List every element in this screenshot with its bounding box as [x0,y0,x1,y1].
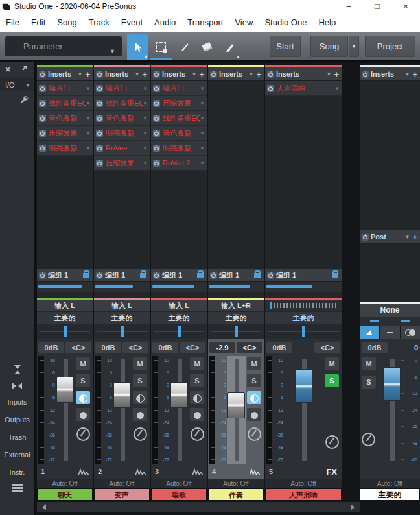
collapse-horizontal-button[interactable] [12,378,22,394]
insert-slot[interactable]: 噪音门▼ [94,81,150,96]
bypass-button[interactable] [248,427,261,441]
sends-header[interactable]: 编组 1 [37,269,93,282]
volume-value[interactable]: 0dB [38,342,64,353]
send-level-slider[interactable] [265,282,342,292]
inserts-header[interactable]: Inserts ▼ + [37,67,93,81]
sends-header[interactable]: 编组 1 [94,269,150,282]
inserts-header[interactable]: Inserts ▼ + [208,67,264,81]
output-select[interactable]: 主要的 [37,312,93,324]
chevron-down-icon[interactable]: ▼ [86,130,91,136]
add-insert-button[interactable]: + [85,71,90,78]
pan-value[interactable]: <C> [65,342,91,353]
meter-mode-button[interactable] [360,326,379,339]
parameter-dropdown[interactable]: Parameter ▼ [5,36,122,56]
chevron-down-icon[interactable]: ▼ [200,86,205,91]
power-icon[interactable] [39,85,46,92]
pan-control[interactable] [37,324,93,339]
power-icon[interactable] [39,100,46,107]
fader-track[interactable] [227,356,246,464]
paint-tool-button[interactable] [219,34,240,60]
power-icon[interactable] [96,100,103,107]
automation-status[interactable]: Auto: Off [94,479,150,488]
send-level-slider[interactable] [37,282,93,292]
power-icon[interactable] [96,85,103,92]
insert-slot[interactable]: 噪音门▼ [37,81,93,96]
add-insert-button[interactable]: + [199,71,204,78]
power-icon[interactable] [210,71,217,78]
insert-slot[interactable]: 音色激励▼ [37,111,93,126]
start-page-button[interactable]: Start [270,36,301,57]
volume-value[interactable]: 0dB [266,342,292,353]
insert-slot[interactable]: 线性多重EQ 3▼ [151,111,207,126]
record-arm-button[interactable] [76,408,90,421]
chevron-down-icon[interactable]: ▼ [86,145,91,151]
power-icon[interactable] [39,115,46,122]
power-icon[interactable] [267,272,274,279]
instr-button[interactable]: Instr. [10,464,25,481]
pan-value[interactable]: <C> [180,342,205,353]
range-tool-button[interactable] [150,34,172,60]
chevron-down-icon[interactable]: ▼ [334,86,340,91]
insert-slot[interactable]: 人声混响▼ [265,81,342,96]
inserts-header[interactable]: Inserts ▼ + [94,67,150,81]
eraser-tool-button[interactable] [196,34,218,60]
volume-value[interactable]: 0dB [152,342,178,353]
insert-slot[interactable]: 明亮激励▼ [94,126,150,141]
mute-button[interactable]: M [133,357,147,370]
lock-icon[interactable] [140,273,146,278]
bypass-button[interactable] [76,427,90,441]
mute-button[interactable]: M [362,357,376,370]
outputs-button[interactable]: Outputs [5,411,30,429]
power-icon[interactable] [39,145,46,152]
insert-slot[interactable]: RoVee▼ [94,141,150,156]
scroll-right-button[interactable] [351,504,355,510]
power-icon[interactable] [153,115,160,122]
menu-help[interactable]: Help [312,13,342,32]
monitor-button[interactable] [247,391,261,404]
insert-slot[interactable]: 噪音门▼ [151,81,207,96]
pan-control[interactable] [151,324,207,339]
monitor-source-button[interactable]: None [360,304,420,317]
send-level-slider[interactable] [208,282,264,292]
power-icon[interactable] [362,71,369,78]
insert-slot[interactable]: 明亮激励▼ [151,141,207,156]
add-insert-button[interactable]: + [142,71,147,78]
menu-view[interactable]: View [229,13,259,32]
channel-scrollbar[interactable] [37,502,360,512]
sends-header[interactable]: 编组 1 [208,269,264,282]
menu-edit[interactable]: Edit [25,13,51,32]
power-icon[interactable] [39,130,46,137]
master-name-label[interactable]: 主要的 [360,488,420,501]
chevron-down-icon[interactable]: ▼ [143,101,148,106]
channel-name-label[interactable]: 聊天 [37,488,93,501]
wrench-icon[interactable] [20,95,29,104]
power-icon[interactable] [96,272,103,279]
power-icon[interactable] [39,71,46,78]
power-icon[interactable] [96,115,103,122]
chevron-down-icon[interactable]: ▼ [143,115,148,121]
monitor-button[interactable] [76,391,90,404]
channel-name-label[interactable]: 唱歌 [151,488,207,501]
banks-menu-button[interactable] [12,484,23,492]
solo-button[interactable]: S [76,374,90,387]
input-select[interactable]: 输入 L [94,300,150,312]
chevron-down-icon[interactable]: ▼ [143,130,148,136]
mute-button[interactable]: M [190,357,204,370]
detach-mixer-icon[interactable] [20,65,28,73]
insert-slot[interactable]: 压缩效果▼ [94,156,150,171]
song-page-dropdown[interactable]: ▼ [349,36,359,57]
chevron-down-icon[interactable]: ▼ [404,234,410,240]
sends-header[interactable]: 编组 1 [265,269,342,282]
insert-slot[interactable]: RoVee 2▼ [151,156,207,171]
add-insert-button[interactable]: + [412,71,417,78]
io-selector[interactable]: I/O ▼ [0,78,34,91]
insert-slot[interactable]: 音色激励▼ [94,111,150,126]
fader-track[interactable] [284,356,323,464]
fader-track[interactable] [113,356,132,464]
pan-value[interactable]: <C> [237,342,262,353]
inserts-header[interactable]: Inserts ▼ + [151,67,207,81]
lock-icon[interactable] [332,273,338,278]
menu-event[interactable]: Event [115,13,148,32]
solo-button[interactable]: S [190,374,204,387]
power-icon[interactable] [362,234,369,241]
